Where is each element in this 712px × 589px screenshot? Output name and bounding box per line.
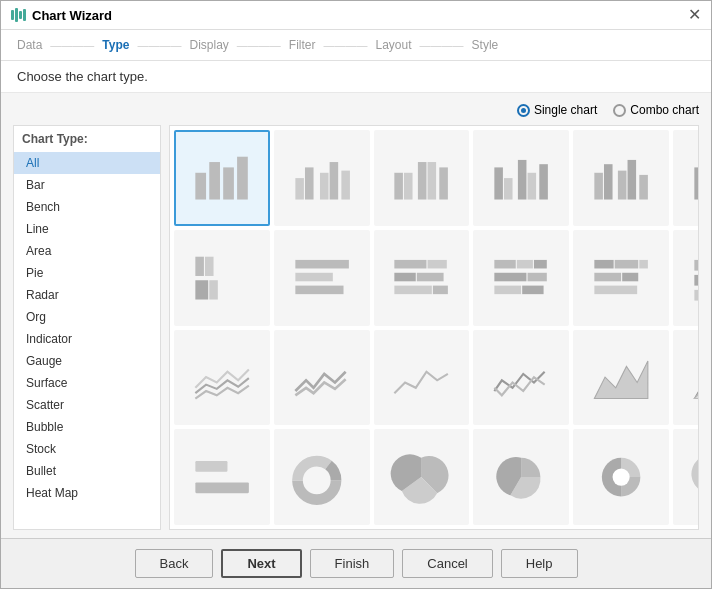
svg-rect-18: [539, 164, 548, 199]
svg-rect-54: [594, 285, 637, 294]
svg-rect-42: [494, 259, 515, 268]
svg-rect-50: [614, 259, 638, 268]
chart-type-list: Chart Type: All Bar Bench Line Area Pie …: [13, 125, 161, 530]
chart-thumb-23[interactable]: [573, 429, 669, 525]
step-div-2: ————: [137, 39, 181, 51]
chart-thumb-6[interactable]: [673, 130, 698, 226]
chart-type-stock[interactable]: Stock: [14, 438, 160, 460]
cancel-button[interactable]: Cancel: [402, 549, 492, 578]
svg-rect-45: [494, 272, 526, 281]
window-title: Chart Wizard: [32, 8, 112, 23]
svg-rect-22: [627, 160, 636, 200]
chart-thumb-5[interactable]: [573, 130, 669, 226]
svg-rect-24: [694, 167, 698, 199]
chart-thumb-3[interactable]: [374, 130, 470, 226]
svg-rect-41: [433, 285, 448, 294]
help-button[interactable]: Help: [501, 549, 578, 578]
chart-type-bullet[interactable]: Bullet: [14, 460, 160, 482]
chart-thumb-4[interactable]: [473, 130, 569, 226]
step-div-4: ————: [324, 39, 368, 51]
chart-type-area[interactable]: Area: [14, 240, 160, 262]
finish-button[interactable]: Finish: [310, 549, 395, 578]
svg-rect-55: [694, 259, 698, 270]
single-chart-radio[interactable]: Single chart: [517, 103, 597, 117]
chart-type-all[interactable]: All: [14, 152, 160, 174]
chart-thumb-15[interactable]: [374, 330, 470, 426]
step-style: Style: [472, 38, 499, 52]
chart-type-indicator[interactable]: Indicator: [14, 328, 160, 350]
chart-thumb-13[interactable]: [174, 330, 270, 426]
svg-rect-16: [518, 160, 527, 200]
chart-thumb-2[interactable]: [274, 130, 370, 226]
svg-rect-49: [594, 259, 613, 268]
chart-thumb-8[interactable]: [274, 230, 370, 326]
next-button[interactable]: Next: [221, 549, 301, 578]
svg-rect-53: [622, 272, 638, 281]
chart-wizard-window: Chart Wizard ✕ Data ———— Type ———— Displ…: [0, 0, 712, 589]
chart-thumb-16[interactable]: [473, 330, 569, 426]
svg-rect-19: [594, 173, 603, 200]
chart-thumb-17[interactable]: [573, 330, 669, 426]
chart-type-org[interactable]: Org: [14, 306, 160, 328]
svg-rect-3: [237, 156, 248, 199]
svg-rect-6: [319, 173, 328, 200]
chart-thumb-9[interactable]: [374, 230, 470, 326]
chart-type-surface[interactable]: Surface: [14, 372, 160, 394]
svg-rect-48: [522, 285, 543, 294]
step-layout: Layout: [376, 38, 412, 52]
single-chart-label: Single chart: [534, 103, 597, 117]
svg-rect-14: [494, 167, 503, 199]
chart-thumb-11[interactable]: [573, 230, 669, 326]
step-div-1: ————: [50, 39, 94, 51]
svg-rect-20: [604, 164, 613, 199]
chart-type-bar[interactable]: Bar: [14, 174, 160, 196]
chart-type-line[interactable]: Line: [14, 218, 160, 240]
chart-thumb-7[interactable]: [174, 230, 270, 326]
chart-thumb-19[interactable]: [174, 429, 270, 525]
chart-thumb-18[interactable]: [673, 330, 698, 426]
content-area: Single chart Combo chart Chart Type: All…: [1, 93, 711, 538]
svg-rect-15: [504, 178, 513, 199]
chart-thumb-1[interactable]: [174, 130, 270, 226]
title-bar: Chart Wizard ✕: [1, 1, 711, 30]
chart-type-gauge[interactable]: Gauge: [14, 350, 160, 372]
step-display: Display: [189, 38, 228, 52]
svg-rect-35: [295, 285, 343, 294]
chart-type-header: Chart Type:: [14, 126, 160, 152]
chart-type-heatmap[interactable]: Heat Map: [14, 482, 160, 504]
close-button[interactable]: ✕: [688, 7, 701, 23]
svg-rect-32: [209, 280, 218, 299]
chart-thumb-22[interactable]: [473, 429, 569, 525]
chart-thumb-20[interactable]: [274, 429, 370, 525]
svg-rect-21: [618, 170, 627, 199]
chart-type-bench[interactable]: Bench: [14, 196, 160, 218]
chart-type-radar[interactable]: Radar: [14, 284, 160, 306]
chart-type-pie[interactable]: Pie: [14, 262, 160, 284]
step-filter: Filter: [289, 38, 316, 52]
back-button[interactable]: Back: [135, 549, 214, 578]
main-panel: Chart Type: All Bar Bench Line Area Pie …: [13, 125, 699, 530]
svg-rect-0: [195, 173, 206, 200]
chart-grid: [170, 126, 698, 529]
combo-chart-radio[interactable]: Combo chart: [613, 103, 699, 117]
chart-thumb-10[interactable]: [473, 230, 569, 326]
svg-marker-60: [694, 383, 698, 399]
svg-rect-33: [295, 259, 349, 268]
svg-marker-59: [694, 370, 698, 399]
chart-type-bubble[interactable]: Bubble: [14, 416, 160, 438]
chart-thumb-24[interactable]: [673, 429, 698, 525]
svg-point-66: [612, 469, 629, 486]
svg-rect-40: [395, 285, 432, 294]
chart-thumb-12[interactable]: [673, 230, 698, 326]
subtitle: Choose the chart type.: [1, 61, 711, 93]
svg-rect-43: [517, 259, 533, 268]
svg-rect-4: [295, 178, 304, 199]
svg-rect-51: [639, 259, 648, 268]
svg-rect-9: [395, 173, 404, 200]
chart-thumb-21[interactable]: [374, 429, 470, 525]
svg-rect-12: [428, 162, 437, 199]
chart-thumb-14[interactable]: [274, 330, 370, 426]
svg-rect-52: [594, 272, 621, 281]
chart-type-scatter[interactable]: Scatter: [14, 394, 160, 416]
svg-rect-8: [341, 170, 350, 199]
